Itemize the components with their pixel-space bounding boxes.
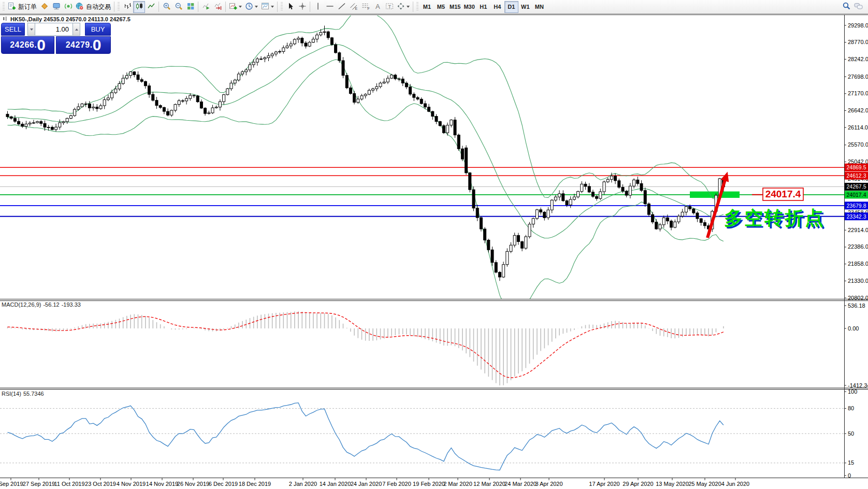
timeframe-m15-button[interactable]: M15	[448, 1, 462, 13]
templates-button[interactable]	[259, 1, 276, 13]
fibonacci-button[interactable]: F	[359, 1, 371, 13]
volume-decrease-button[interactable]	[27, 23, 35, 36]
svg-text:25570.0: 25570.0	[848, 141, 868, 148]
indicators-icon	[229, 2, 237, 12]
text-button[interactable]: A	[371, 1, 383, 13]
chart-candles-button[interactable]	[133, 1, 145, 13]
svg-text:100: 100	[848, 389, 857, 395]
timeframe-m30-button[interactable]: M30	[462, 1, 476, 13]
svg-text:2 Jan 2020: 2 Jan 2020	[289, 481, 317, 487]
chart-canvas[interactable]: 24017.4多空转折点多空转折点29298.028770.028242.027…	[0, 0, 868, 489]
new-order-label: 新订单	[18, 3, 37, 11]
timeframe-m1-button[interactable]: M1	[420, 1, 434, 13]
chart-line-button[interactable]	[145, 1, 157, 13]
toolbar-grip[interactable]	[416, 2, 418, 11]
volume-field: 1.00	[27, 23, 80, 36]
dropdown-arrow-icon	[407, 6, 410, 8]
svg-text:24 Jan 2020: 24 Jan 2020	[351, 481, 382, 487]
tile-windows-button[interactable]	[184, 1, 196, 13]
monitor-icon	[52, 2, 61, 12]
toolbar-grip[interactable]	[118, 2, 120, 11]
vertical-line-button[interactable]	[312, 1, 324, 13]
turning-point-text: 多空转折点	[724, 207, 825, 228]
candles-layer	[6, 25, 725, 281]
svg-text:20802.0: 20802.0	[848, 295, 868, 301]
timeframe-m5-button[interactable]: M5	[434, 1, 448, 13]
svg-text:19 Feb 2020: 19 Feb 2020	[413, 481, 445, 487]
volume-increase-button[interactable]	[73, 23, 80, 36]
svg-text:4 Jun 2020: 4 Jun 2020	[721, 481, 749, 487]
toolbar-separator	[413, 2, 413, 12]
price-axis[interactable]: 29298.028770.028242.027698.027170.026642…	[844, 22, 868, 479]
toolbar-grip[interactable]	[281, 2, 283, 11]
market-button[interactable]	[38, 1, 50, 13]
timeframe-w1-button[interactable]: W1	[518, 1, 532, 13]
sell-button[interactable]: SELL	[1, 23, 25, 36]
main-pane[interactable]	[0, 8, 844, 313]
timeframe-mn-button[interactable]: MN	[532, 1, 546, 13]
crosshair-button[interactable]	[296, 1, 308, 13]
price-callout[interactable]: 24017.4	[752, 188, 803, 200]
buy-button[interactable]: BUY	[85, 23, 111, 36]
broadcast-icon	[64, 2, 73, 12]
bar-chart-icon	[123, 2, 132, 12]
chart-shift-button[interactable]	[212, 1, 224, 13]
svg-text:23 Oct 2019: 23 Oct 2019	[85, 481, 116, 487]
equidistant-channel-button[interactable]: E	[348, 1, 359, 13]
toolbar-grip[interactable]	[3, 2, 5, 11]
chat-button[interactable]	[852, 1, 865, 13]
new-order-button[interactable]: 新订单	[6, 1, 38, 13]
clock-icon	[245, 2, 253, 12]
price-badge: 24612.3	[845, 172, 868, 180]
svg-text:50: 50	[848, 430, 854, 437]
terminal-button[interactable]	[50, 1, 62, 13]
svg-text:4 Nov 2019: 4 Nov 2019	[117, 481, 146, 487]
svg-text:T: T	[388, 4, 391, 9]
macd-signal-value: -193.33	[62, 301, 81, 308]
timeframe-h4-button[interactable]: H4	[490, 1, 504, 13]
zoom-out-button[interactable]	[172, 1, 184, 13]
cursor-button[interactable]	[284, 1, 296, 13]
zoom-in-icon	[163, 2, 171, 12]
svg-text:29298.0: 29298.0	[848, 22, 868, 28]
zoom-in-button[interactable]	[161, 1, 172, 13]
rsi-pane[interactable]	[0, 403, 844, 470]
rsi-label: RSI(14)55.7346	[2, 391, 46, 397]
turning-point-annotation[interactable]: 多空转折点多空转折点	[724, 207, 827, 230]
template-icon	[261, 2, 269, 12]
svg-text:24869.5: 24869.5	[847, 164, 866, 170]
volume-value[interactable]: 1.00	[35, 23, 73, 36]
periods-button[interactable]	[243, 1, 259, 13]
crosshair-icon	[298, 2, 307, 12]
toolbar-separator	[277, 2, 278, 12]
buy-price[interactable]: 24279.0	[56, 36, 111, 54]
svg-text:27170.0: 27170.0	[848, 90, 868, 96]
signals-button[interactable]	[62, 1, 74, 13]
svg-text:14 Nov 2019: 14 Nov 2019	[146, 481, 178, 487]
arrows-button[interactable]	[395, 1, 411, 13]
toolbar-separator	[114, 2, 114, 12]
time-axis[interactable]: Sep 201927 Sep 201911 Oct 201923 Oct 201…	[0, 478, 749, 487]
auto-scroll-button[interactable]	[200, 1, 212, 13]
horizontal-line-button[interactable]	[324, 1, 336, 13]
svg-text:21330.0: 21330.0	[848, 278, 868, 284]
toolbar-right	[841, 1, 868, 13]
text-label-button[interactable]: T	[383, 1, 395, 13]
macd-name: MACD(12,26,9)	[2, 301, 41, 308]
autotrading-button[interactable]: 自动交易	[74, 1, 112, 13]
trendline-button[interactable]	[336, 1, 348, 13]
search-button[interactable]	[841, 1, 852, 13]
timeframe-h1-button[interactable]: H1	[476, 1, 490, 13]
timeframe-d1-button[interactable]: D1	[504, 1, 518, 13]
indicators-button[interactable]	[227, 1, 243, 13]
sell-price[interactable]: 24266.0	[1, 36, 54, 54]
chart-bars-button[interactable]	[121, 1, 133, 13]
up-arrow-icon	[75, 28, 78, 31]
svg-text:80: 80	[848, 405, 854, 411]
dropdown-arrow-icon	[255, 6, 258, 8]
auto-scroll-icon	[202, 2, 210, 12]
toolbar-separator	[225, 2, 226, 12]
svg-text:-1412.34: -1412.34	[848, 382, 868, 389]
svg-text:24017.4: 24017.4	[847, 192, 866, 198]
macd-pane[interactable]	[8, 311, 724, 385]
